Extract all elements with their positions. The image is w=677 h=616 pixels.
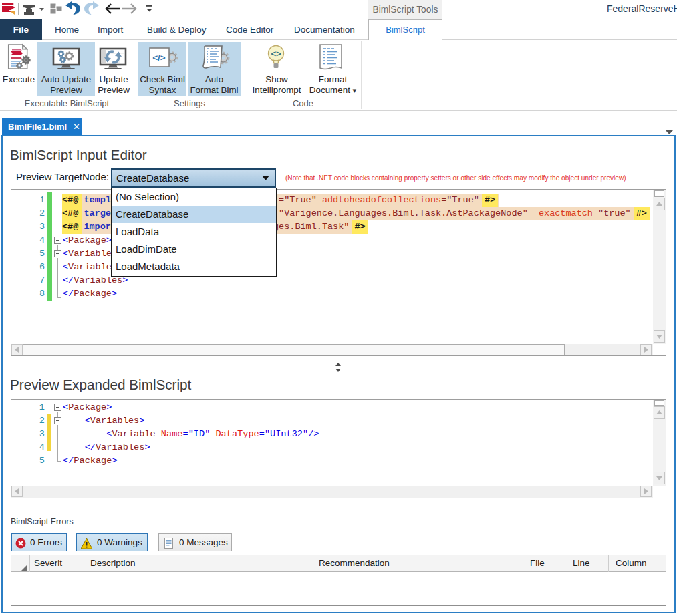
svg-text:</>: </> [152,53,166,63]
svg-text:<>: <> [271,49,281,59]
